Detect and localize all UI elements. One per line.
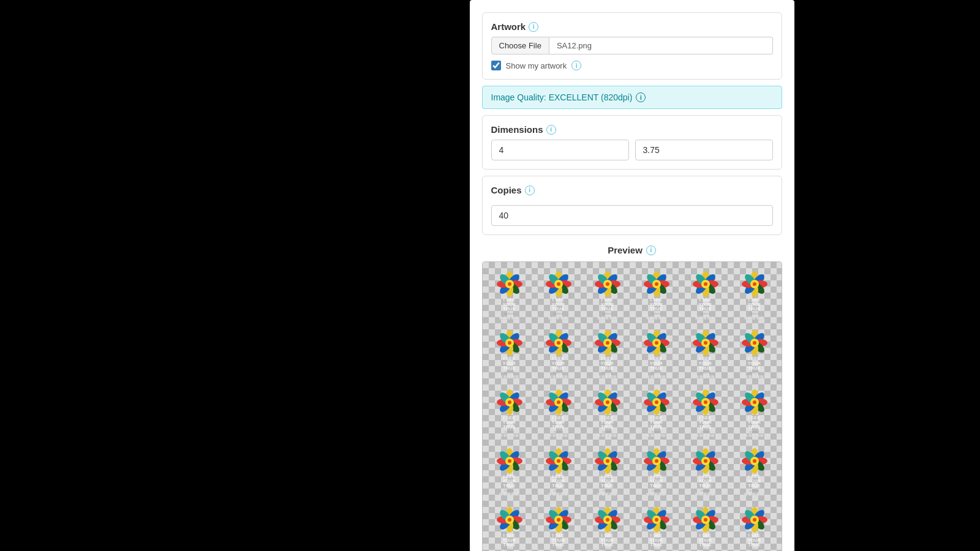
sticker-text: I SEEYOURTRUE <box>552 474 565 489</box>
sticker-text: I SEEYOURTRUE <box>699 416 712 430</box>
sticker-text: I SEEYOURTRUE <box>601 474 614 489</box>
svg-point-159 <box>655 400 658 404</box>
show-artwork-checkbox[interactable] <box>491 61 501 70</box>
sticker-text: I SEEYOURTRUE <box>503 416 516 430</box>
sticker-subtext: colors⬜⬜⬜⬜⬜ <box>695 312 715 320</box>
width-input[interactable] <box>491 140 629 160</box>
sticker-text: I SEEYOURTRUE <box>748 533 761 547</box>
sticker-subtext: colors⬜⬜⬜⬜⬜ <box>744 430 764 438</box>
flower-icon <box>543 268 575 300</box>
flower-icon <box>592 386 624 418</box>
image-quality-bar: Image Quality: EXCELLENT (820dpi) i <box>482 86 782 109</box>
sticker-text: I SEEYOURTRUE <box>699 474 712 489</box>
svg-point-19 <box>557 282 560 286</box>
dimensions-info-icon[interactable]: i <box>546 125 556 135</box>
preview-info-icon[interactable]: i <box>646 246 656 255</box>
copies-section: Copies i <box>482 176 782 235</box>
flower-icon <box>739 327 771 359</box>
sticker-text: I SEEYOURTRUE <box>601 533 614 547</box>
flower-icon <box>739 386 771 418</box>
sticker-subtext: colors⬜⬜⬜⬜⬜ <box>597 370 617 378</box>
sticker-tile: I SEEYOURTRUE colors⬜⬜⬜⬜⬜ <box>730 383 779 441</box>
sticker-text: I SEEYOURTRUE <box>601 356 614 370</box>
sticker-text: I SEEYOURTRUE <box>699 298 712 312</box>
svg-point-9 <box>508 282 511 286</box>
height-input[interactable] <box>635 140 773 160</box>
sticker-text: I SEEYOURTRUE <box>503 356 516 370</box>
sticker-subtext: colors⬜⬜⬜⬜⬜ <box>646 489 666 497</box>
copies-input[interactable] <box>491 205 773 226</box>
svg-point-69 <box>508 341 511 345</box>
show-artwork-info-icon[interactable]: i <box>571 61 581 70</box>
flower-icon <box>739 268 771 300</box>
main-panel: Artwork i Choose File SA12.png Show my a… <box>470 0 794 551</box>
svg-point-249 <box>508 518 511 522</box>
copies-info-icon[interactable]: i <box>525 186 535 195</box>
flower-icon <box>543 386 575 418</box>
sticker-tile: I SEEYOURTRUE colors⬜⬜⬜⬜⬜ <box>583 264 632 323</box>
sticker-tile: I SEEYOURTRUE colors⬜⬜⬜⬜⬜ <box>681 323 730 382</box>
sticker-subtext: colors⬜⬜⬜⬜⬜ <box>744 370 764 378</box>
sticker-tile: I SEEYOURTRUE colors⬜⬜⬜⬜⬜ <box>534 264 583 323</box>
preview-area: I SEEYOURTRUE colors⬜⬜⬜⬜⬜ I SEEYOURTRUE … <box>482 261 782 551</box>
sticker-subtext: colors⬜⬜⬜⬜⬜ <box>499 489 519 497</box>
flower-icon <box>641 386 673 418</box>
flower-icon <box>592 504 624 536</box>
file-name-display: SA12.png <box>549 37 773 54</box>
sticker-tile: I SEEYOURTRUE colors⬜⬜⬜⬜⬜ <box>534 500 583 551</box>
flower-icon <box>690 268 722 300</box>
flower-icon <box>690 445 722 477</box>
svg-point-209 <box>606 459 609 463</box>
sticker-subtext: colors⬜⬜⬜⬜⬜ <box>646 547 666 551</box>
sticker-tile: I SEEYOURTRUE colors⬜⬜⬜⬜⬜ <box>632 500 681 551</box>
sticker-tile: I SEEYOURTRUE colors⬜⬜⬜⬜⬜ <box>632 383 681 441</box>
sticker-text: I SEEYOURTRUE <box>748 298 761 312</box>
flower-icon <box>641 327 673 359</box>
svg-point-119 <box>753 341 756 345</box>
sticker-text: I SEEYOURTRUE <box>650 416 663 430</box>
preview-title: Preview <box>608 245 643 255</box>
svg-point-129 <box>508 400 511 404</box>
svg-point-29 <box>606 282 609 286</box>
show-artwork-row: Show my artwork i <box>491 61 773 70</box>
sticker-tile: I SEEYOURTRUE colors⬜⬜⬜⬜⬜ <box>632 441 681 500</box>
sticker-text: I SEEYOURTRUE <box>748 474 761 489</box>
sticker-subtext: colors⬜⬜⬜⬜⬜ <box>695 547 715 551</box>
svg-point-239 <box>753 459 756 463</box>
artwork-info-icon[interactable]: i <box>529 22 538 32</box>
sticker-text: I SEEYOURTRUE <box>748 416 761 430</box>
sticker-subtext: colors⬜⬜⬜⬜⬜ <box>744 547 764 551</box>
sticker-text: I SEEYOURTRUE <box>748 356 761 370</box>
svg-point-179 <box>753 400 756 404</box>
sticker-text: I SEEYOURTRUE <box>601 416 614 430</box>
sticker-text: I SEEYOURTRUE <box>650 474 663 489</box>
svg-point-219 <box>655 459 658 463</box>
choose-file-button[interactable]: Choose File <box>491 37 549 54</box>
flower-icon <box>739 504 771 536</box>
flower-icon <box>543 504 575 536</box>
flower-icon <box>592 268 624 300</box>
sticker-text: I SEEYOURTRUE <box>503 533 516 547</box>
sticker-subtext: colors⬜⬜⬜⬜⬜ <box>499 312 519 320</box>
image-quality-info-icon[interactable]: i <box>636 92 646 102</box>
sticker-tile: I SEEYOURTRUE colors⬜⬜⬜⬜⬜ <box>632 323 681 382</box>
sticker-subtext: colors⬜⬜⬜⬜⬜ <box>548 312 568 320</box>
flower-icon <box>592 327 624 359</box>
flower-icon <box>494 268 526 300</box>
svg-point-99 <box>655 341 658 345</box>
sticker-subtext: colors⬜⬜⬜⬜⬜ <box>548 430 568 438</box>
sticker-text: I SEEYOURTRUE <box>650 298 663 312</box>
sticker-tile: I SEEYOURTRUE colors⬜⬜⬜⬜⬜ <box>730 441 779 500</box>
svg-point-199 <box>557 459 560 463</box>
sticker-text: I SEEYOURTRUE <box>601 298 614 312</box>
artwork-label: Artwork i <box>491 21 773 32</box>
artwork-section: Artwork i Choose File SA12.png Show my a… <box>482 12 782 80</box>
svg-point-89 <box>606 341 609 345</box>
sticker-subtext: colors⬜⬜⬜⬜⬜ <box>744 489 764 497</box>
sticker-subtext: colors⬜⬜⬜⬜⬜ <box>744 312 764 320</box>
sticker-subtext: colors⬜⬜⬜⬜⬜ <box>646 370 666 378</box>
sticker-tile: I SEEYOURTRUE colors⬜⬜⬜⬜⬜ <box>681 264 730 323</box>
artwork-title: Artwork <box>491 21 526 32</box>
svg-point-279 <box>655 518 658 522</box>
flower-icon <box>494 327 526 359</box>
